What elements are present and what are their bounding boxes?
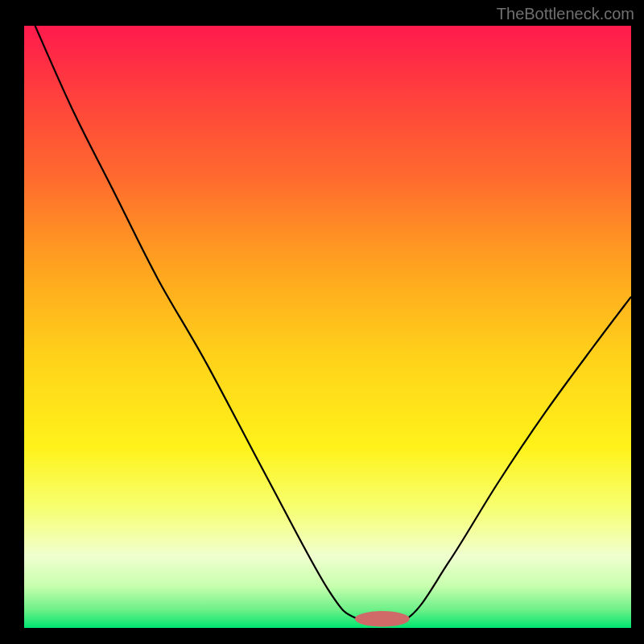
optimal-point-marker (355, 611, 410, 626)
bottleneck-chart: TheBottleneck.com (0, 0, 644, 644)
watermark-text: TheBottleneck.com (497, 5, 634, 23)
plot-area (24, 26, 631, 628)
